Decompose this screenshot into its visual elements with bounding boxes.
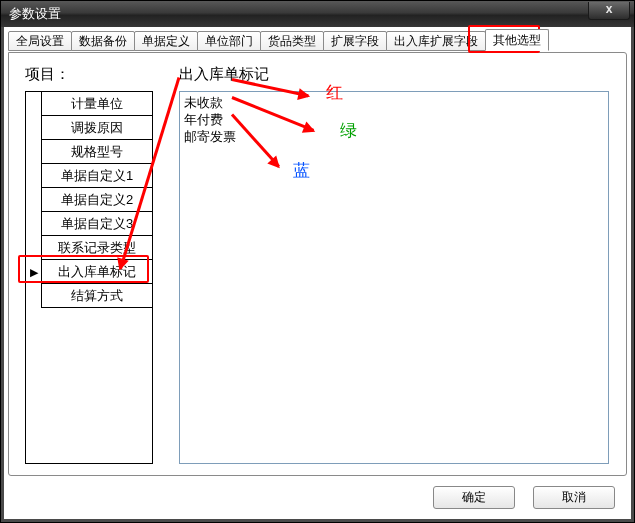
mark-listbox[interactable]: 未收款 年付费 邮寄发票 — [179, 91, 609, 464]
project-item-custom1[interactable]: 单据自定义1▶ — [26, 164, 152, 188]
list-item[interactable]: 年付费 — [184, 111, 604, 128]
project-item-label: 规格型号 — [42, 143, 152, 161]
project-item-unit[interactable]: 计量单位▶ — [26, 92, 152, 116]
ok-button[interactable]: 确定 — [433, 486, 515, 509]
cancel-button[interactable]: 取消 — [533, 486, 615, 509]
tab-other-options[interactable]: 其他选型 — [485, 29, 549, 51]
project-item-label: 计量单位 — [42, 95, 152, 113]
tab-inout-ext-fields[interactable]: 出入库扩展字段 — [386, 31, 486, 51]
project-item-transfer[interactable]: 调拨原因▶ — [26, 116, 152, 140]
project-list[interactable]: 计量单位▶ 调拨原因▶ 规格型号▶ 单据自定义1▶ 单据自定义2▶ 单据自定义3… — [25, 91, 153, 464]
tab-global-settings[interactable]: 全局设置 — [8, 31, 72, 51]
project-item-label: 出入库单标记 — [42, 263, 152, 281]
mark-header: 出入库单标记 — [179, 65, 269, 84]
project-item-spec[interactable]: 规格型号▶ — [26, 140, 152, 164]
project-item-custom2[interactable]: 单据自定义2▶ — [26, 188, 152, 212]
selection-arrow-icon: ▶ — [30, 266, 38, 279]
footer-buttons: 确定 取消 — [433, 486, 615, 509]
tab-ext-fields[interactable]: 扩展字段 — [323, 31, 387, 51]
project-item-custom3[interactable]: 单据自定义3▶ — [26, 212, 152, 236]
tab-product-type[interactable]: 货品类型 — [260, 31, 324, 51]
list-item[interactable]: 邮寄发票 — [184, 128, 604, 145]
project-item-inout-mark[interactable]: 出入库单标记▶ — [26, 260, 152, 284]
project-item-settlement[interactable]: 结算方式▶ — [26, 284, 152, 308]
client-area: 全局设置 数据备份 单据定义 单位部门 货品类型 扩展字段 出入库扩展字段 其他… — [1, 27, 634, 522]
project-item-contact-type[interactable]: 联系记录类型▶ — [26, 236, 152, 260]
window-root: 参数设置 x 全局设置 数据备份 单据定义 单位部门 货品类型 扩展字段 出入库… — [0, 0, 635, 523]
project-item-label: 单据自定义1 — [42, 167, 152, 185]
titlebar: 参数设置 x — [1, 1, 634, 27]
project-item-label: 单据自定义3 — [42, 215, 152, 233]
tab-unit-dept[interactable]: 单位部门 — [197, 31, 261, 51]
tab-doc-definition[interactable]: 单据定义 — [134, 31, 198, 51]
window-title: 参数设置 — [9, 5, 588, 23]
tab-data-backup[interactable]: 数据备份 — [71, 31, 135, 51]
mark-listbox-inner[interactable]: 未收款 年付费 邮寄发票 — [180, 92, 608, 463]
project-item-label: 单据自定义2 — [42, 191, 152, 209]
tab-panel-other-options: 项目： 出入库单标记 计量单位▶ 调拨原因▶ 规格型号▶ 单据自定义1▶ 单据自… — [8, 52, 627, 476]
project-item-label: 联系记录类型 — [42, 239, 152, 257]
list-item[interactable]: 未收款 — [184, 94, 604, 111]
project-header: 项目： — [25, 65, 70, 84]
close-button[interactable]: x — [588, 2, 630, 20]
project-item-label: 结算方式 — [42, 287, 152, 305]
project-item-label: 调拨原因 — [42, 119, 152, 137]
tab-strip: 全局设置 数据备份 单据定义 单位部门 货品类型 扩展字段 出入库扩展字段 其他… — [8, 31, 627, 53]
